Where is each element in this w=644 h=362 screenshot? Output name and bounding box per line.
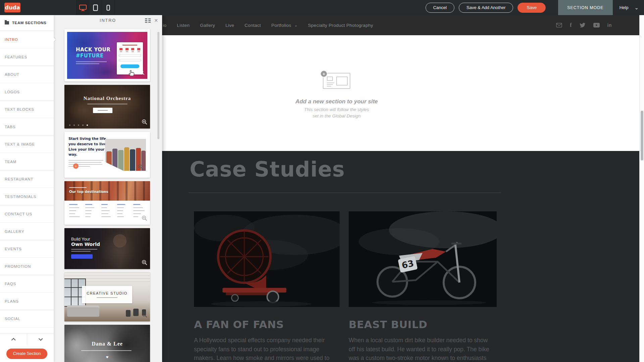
nav-item-io[interactable]: io [163,23,166,28]
grid-view-icon[interactable] [145,18,151,23]
folder-icon [5,21,9,24]
facebook-icon[interactable]: f [570,22,572,29]
sidebar-item-gallery[interactable]: GALLERY [0,223,54,240]
case-card-fan: A FAN OF FANS A Hollywood special effect… [194,211,340,362]
email-icon[interactable] [556,23,562,28]
nav-item-gallery[interactable]: Gallery [200,23,215,28]
mobile-preview-button[interactable] [102,0,114,15]
template-thumb-top-destinations[interactable]: Our top destinations [64,181,150,225]
street-photo: Our top destinations [64,181,150,201]
case-card-text: When a local custom dirt bike builder ne… [349,336,493,362]
sidebar-item-intro[interactable]: INTRO [0,31,54,48]
case-card-title: A FAN OF FANS [194,318,340,330]
nav-item-specialty[interactable]: Specialty Product Photography [308,23,373,28]
nav-item-listen[interactable]: Listen [177,23,190,28]
tablet-icon [93,4,98,11]
twitter-icon[interactable] [580,22,586,28]
page-scrollbar[interactable] [639,15,644,362]
sidebar-item-events[interactable]: EVENTS [0,240,54,258]
thumb-title: Build Your [71,237,100,242]
nav-item-contact[interactable]: Contact [245,23,261,28]
zoom-in-icon[interactable] [142,215,148,223]
scroll-up-button[interactable] [0,333,27,345]
sidebar-item-team[interactable]: TEAM [0,153,54,170]
template-thumb-creative-studio[interactable]: CREATIVE STUDIO [64,272,150,321]
sidebar-item-restaurant[interactable]: RESTAURANT [0,170,54,188]
sidebar-item-logos[interactable]: LOGOS [0,83,54,101]
chevron-down-icon[interactable]: ⌄ [634,5,639,10]
thumb-title: CREATIVE STUDIO [87,291,127,295]
duda-logo[interactable]: duda [4,3,20,12]
template-thumb-start-living[interactable]: Start living the life you deserve to liv… [64,132,150,178]
template-thumb-national-orchestra[interactable]: National Orchestra [64,85,150,128]
thumb-title: Dana & Lee [64,341,150,347]
sidebar-item-text-blocks[interactable]: TEXT BLOCKS [0,101,54,118]
nav-item-live[interactable]: Live [226,23,234,28]
chevron-down-icon [39,337,43,341]
sections-sidebar: TEAM SECTIONS INTRO FEATURES ABOUT LOGOS… [0,15,54,362]
thumb-subtitle: #FUTURE [76,53,110,59]
linkedin-icon[interactable]: in [607,22,612,28]
section-mode-badge: SECTION MODE [558,0,613,15]
topbar-actions: Cancel Save & Add Another Save SECTION M… [426,0,644,15]
sidebar-footer: Create Section [0,333,54,362]
zoom-in-icon[interactable] [142,260,148,267]
nav-item-portfolios[interactable]: Portfolios [271,23,291,28]
sidebar-item-promotion[interactable]: PROMOTION [0,258,54,275]
sidebar-item-plans[interactable]: PLANS [0,293,54,310]
sidebar-item-social[interactable]: SOCIAL [0,310,54,327]
panel-title: INTRO [100,18,116,23]
section-wireframe-icon: + [323,73,350,89]
zoom-in-icon[interactable] [142,119,148,126]
hand-cursor-icon [128,69,135,78]
sidebar-item-about[interactable]: ABOUT [0,66,54,83]
plus-icon: + [320,70,328,77]
sidebar-item-text-image[interactable]: TEXT & IMAGE [0,136,54,153]
social-links: f in [556,15,612,35]
template-thumbnails: HACK YOUR #FUTURE [64,29,150,362]
close-icon[interactable]: ✕ [154,18,159,23]
thumb-title: Our top destinations [69,190,108,194]
thumb-title: HACK YOUR [76,47,110,53]
help-button[interactable]: Help [620,5,629,10]
thumb-title: National Orchestra [64,96,150,101]
create-section-button[interactable]: Create Section [6,349,48,359]
zoom-in-icon[interactable] [142,312,148,319]
placeholder-title: Add a new section to your site [283,98,390,105]
add-section-placeholder[interactable]: + Add a new section to your site This se… [283,73,390,119]
sidebar-header: TEAM SECTIONS [0,15,54,31]
tablet-preview-button[interactable] [89,0,102,15]
sidebar-item-features[interactable]: FEATURES [0,48,54,66]
zoom-in-icon[interactable] [139,69,145,77]
thumb-title: Start living the life you deserve to liv… [68,136,111,157]
case-card-title: BEAST BUILD [349,318,497,330]
scroll-down-button[interactable] [27,333,54,345]
fan-machine-image [194,211,340,307]
chevron-down-icon: ⌄ [294,23,298,28]
sidebar-item-contact-us[interactable]: CONTACT US [0,205,54,223]
desktop-icon [79,4,87,11]
blue-cta-button [120,64,139,68]
panel-scrollbar[interactable] [157,32,159,139]
sidebar-item-faqs[interactable]: FAQS [0,275,54,293]
top-bar: duda Cancel Save & Add Another Save SECT… [0,0,644,15]
sidebar-item-tabs[interactable]: TABS [0,118,54,136]
youtube-icon[interactable] [593,23,600,28]
heart-icon: ♥ [64,356,150,359]
template-thumb-dana-and-lee[interactable]: Dana & Lee ♥ [64,325,150,362]
desktop-preview-button[interactable] [76,0,89,15]
site-canvas: io Listen Gallery Live Contact Portfolio… [162,15,644,362]
sidebar-item-testimonials[interactable]: TESTIMONIALS [0,188,54,205]
countdown-numbers [119,48,141,50]
template-thumb-build-your-own-world[interactable]: Build Your Own World [64,228,150,269]
save-add-another-button[interactable]: Save & Add Another [459,3,513,13]
case-study-cards: A FAN OF FANS A Hollywood special effect… [194,211,497,362]
template-thumb-hack-your-future[interactable]: HACK YOUR #FUTURE [64,29,150,82]
create-section-area: Create Section [0,345,54,362]
scrollbar-thumb[interactable] [641,111,643,160]
zoom-in-icon[interactable] [138,164,144,171]
case-card-text: A Hollywood special effects company need… [194,336,338,362]
cancel-button[interactable]: Cancel [426,3,454,13]
save-button[interactable]: Save [517,3,546,13]
orange-cta-button: + [73,163,79,169]
